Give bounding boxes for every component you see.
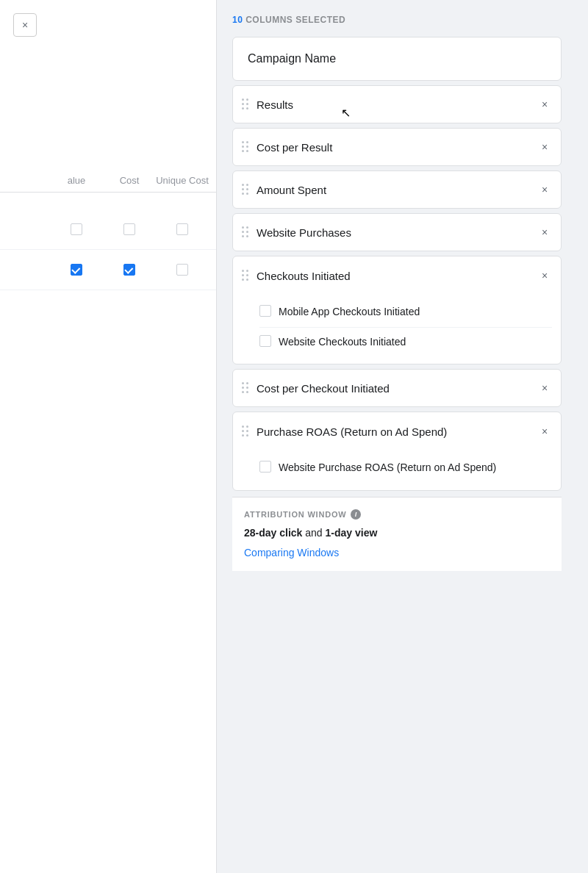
drag-dot — [242, 146, 244, 148]
column-label-cost-per-result: Cost per Result — [257, 141, 537, 154]
checkbox-cell[interactable] — [50, 223, 103, 235]
drag-dot — [242, 382, 244, 384]
drag-dot — [242, 391, 244, 393]
drag-dot — [242, 103, 244, 105]
drag-handle[interactable] — [242, 184, 249, 195]
column-label-campaign-name: Campaign Name — [242, 52, 552, 65]
drag-dot — [242, 193, 244, 195]
columns-label: COLUMNS SELECTED — [245, 15, 345, 25]
drag-dot — [246, 103, 248, 105]
attribution-window-section: ATTRIBUTION WINDOW i 28-day click and 1-… — [232, 497, 562, 571]
close-icon: × — [22, 19, 28, 31]
remove-purchase-roas-button[interactable]: × — [537, 424, 552, 439]
column-label-checkouts-initiated: Checkouts Initiated — [257, 270, 537, 282]
drag-handle[interactable] — [242, 425, 249, 437]
drag-dot — [242, 226, 244, 229]
close-button[interactable]: × — [13, 13, 37, 37]
checkbox[interactable] — [71, 223, 82, 235]
drag-dot — [246, 226, 248, 229]
drag-dot — [242, 425, 244, 428]
table-header: alue Cost Unique Cost — [0, 169, 216, 193]
checkbox[interactable] — [176, 223, 188, 235]
checkbox-checked[interactable] — [71, 264, 82, 276]
table-row — [0, 250, 216, 290]
col-header-unique-cost: Unique Cost — [156, 175, 209, 186]
remove-cost-per-checkout-button[interactable]: × — [537, 381, 552, 395]
remove-cost-per-result-button[interactable]: × — [537, 140, 552, 154]
sub-item-label-website-purchase-roas: Website Purchase ROAS (Return on Ad Spen… — [279, 461, 496, 475]
drag-dot — [246, 146, 248, 148]
drag-dot — [246, 279, 248, 281]
checkouts-sub-items: Mobile App Checkouts Initiated Website C… — [233, 295, 561, 364]
checkbox-website-purchase-roas[interactable] — [259, 461, 271, 473]
comparing-windows-link[interactable]: Comparing Windows — [244, 547, 339, 558]
left-panel: × alue Cost Unique Cost — [0, 0, 217, 873]
checkbox-cell[interactable] — [50, 264, 103, 276]
drag-dot — [242, 188, 244, 190]
drag-dot — [242, 387, 244, 389]
drag-dot — [242, 279, 244, 281]
drag-dot — [242, 150, 244, 152]
drag-dot — [246, 107, 248, 109]
checkbox[interactable] — [123, 223, 135, 235]
drag-dot — [242, 274, 244, 276]
sub-item-website-checkouts: Website Checkouts Initiated — [259, 328, 552, 357]
info-icon[interactable]: i — [351, 509, 361, 520]
attribution-and: and — [302, 527, 325, 539]
sub-item-label-website-checkouts: Website Checkouts Initiated — [279, 335, 406, 350]
remove-checkouts-initiated-button[interactable]: × — [537, 268, 552, 283]
column-label-website-purchases: Website Purchases — [257, 226, 537, 239]
column-item-cost-per-checkout-initiated: Cost per Checkout Initiated × — [232, 369, 562, 407]
remove-results-button[interactable]: × — [537, 97, 552, 112]
column-item-cost-per-result: Cost per Result × — [232, 128, 562, 166]
column-item-results: Results × — [232, 85, 562, 123]
checkbox-mobile-app-checkouts[interactable] — [259, 305, 271, 317]
checkbox-cell[interactable] — [103, 223, 156, 235]
drag-dot — [242, 141, 244, 143]
columns-selected-header: 10 COLUMNS SELECTED — [232, 15, 562, 25]
drag-dot — [242, 98, 244, 101]
drag-dot — [246, 231, 248, 233]
drag-dot — [242, 270, 244, 272]
checkbox-website-checkouts[interactable] — [259, 335, 271, 347]
col-header-value: alue — [50, 175, 103, 186]
drag-dot — [242, 184, 244, 186]
column-label-cost-per-checkout: Cost per Checkout Initiated — [257, 382, 537, 395]
column-item-header: Checkouts Initiated × — [233, 256, 561, 295]
checkbox[interactable] — [176, 264, 188, 276]
column-item-purchase-roas: Purchase ROAS (Return on Ad Spend) × Web… — [232, 412, 562, 491]
checkbox-cell[interactable] — [156, 264, 209, 276]
drag-dot — [246, 382, 248, 384]
drag-handle[interactable] — [242, 382, 249, 394]
drag-dot — [246, 425, 248, 428]
drag-dot — [246, 184, 248, 186]
column-item-header: Purchase ROAS (Return on Ad Spend) × — [233, 412, 561, 450]
attribution-value: 28-day click and 1-day view — [244, 527, 550, 539]
drag-dot — [242, 434, 244, 436]
column-label-results: Results — [257, 98, 537, 111]
drag-handle[interactable] — [242, 226, 249, 238]
drag-dot — [246, 391, 248, 393]
drag-handle[interactable] — [242, 98, 249, 110]
drag-dot — [246, 188, 248, 190]
drag-dot — [246, 270, 248, 272]
sub-item-label-mobile-app-checkouts: Mobile App Checkouts Initiated — [279, 305, 420, 320]
table-row — [0, 209, 216, 250]
drag-dot — [246, 387, 248, 389]
drag-handle[interactable] — [242, 270, 249, 281]
roas-sub-items: Website Purchase ROAS (Return on Ad Spen… — [233, 450, 561, 490]
col-header-cost: Cost — [103, 175, 156, 186]
table-rows — [0, 209, 216, 290]
checkbox-cell[interactable] — [156, 223, 209, 235]
column-item-amount-spent: Amount Spent × — [232, 170, 562, 209]
checkbox-checked[interactable] — [123, 264, 135, 276]
attribution-title-text: ATTRIBUTION WINDOW — [244, 510, 346, 519]
columns-count: 10 — [232, 15, 243, 25]
drag-handle[interactable] — [242, 141, 249, 153]
drag-dot — [246, 430, 248, 432]
remove-website-purchases-button[interactable]: × — [537, 225, 552, 240]
column-label-amount-spent: Amount Spent — [257, 184, 537, 196]
remove-amount-spent-button[interactable]: × — [537, 182, 552, 197]
drag-dot — [242, 231, 244, 233]
checkbox-cell[interactable] — [103, 264, 156, 276]
